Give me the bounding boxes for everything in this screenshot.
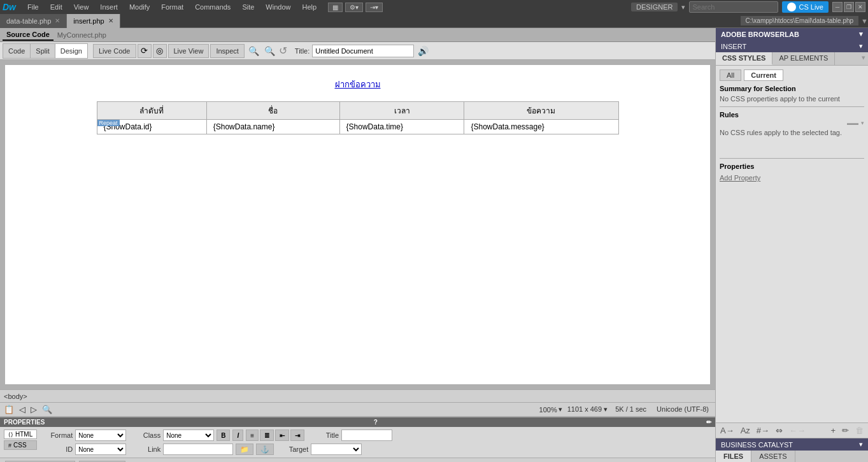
page-link[interactable]: ฝากข้อความ [18, 78, 697, 91]
status-icon-back[interactable]: ◁ [19, 405, 25, 414]
menu-site[interactable]: Site [237, 2, 259, 12]
split-view-button[interactable]: Split [31, 44, 55, 58]
link-icon[interactable]: ⇔ [774, 425, 785, 436]
gear-icon[interactable]: ⚙▾ [345, 3, 363, 12]
status-icon-search[interactable]: 🔍 [42, 405, 52, 414]
layout-icon[interactable]: ▦ [328, 3, 343, 12]
menu-commands[interactable]: Commands [190, 2, 236, 12]
sec-tab-source[interactable]: Source Code [3, 29, 53, 41]
refresh-icon[interactable]: ↺ [279, 45, 287, 57]
tab-insert-close[interactable]: ✕ [108, 17, 113, 24]
link-anchor-button[interactable]: ⚓ [256, 444, 274, 455]
current-tab[interactable]: Current [744, 69, 783, 81]
code-view-button[interactable]: Code [3, 44, 31, 58]
zoom-in-icon[interactable]: 🔍 [264, 46, 275, 56]
target-select[interactable] [311, 444, 362, 455]
ap-elements-tab[interactable]: AP ELEMENTS [772, 52, 835, 65]
minimize-button[interactable]: ─ [832, 2, 843, 12]
list-ul-button[interactable]: ≣ [260, 430, 274, 441]
class-select[interactable]: None [163, 430, 214, 441]
browserlab-collapse-icon[interactable]: ▾ [859, 30, 863, 38]
unlink-icon[interactable]: ←→ [787, 425, 808, 436]
all-tab[interactable]: All [720, 69, 741, 81]
menu-edit[interactable]: Edit [45, 2, 68, 12]
files-tab[interactable]: FILES [716, 451, 751, 462]
menu-view[interactable]: View [69, 2, 94, 12]
panel-collapse-icon[interactable]: ▾ [859, 52, 868, 65]
icon-az-arrow[interactable]: A→ [718, 425, 736, 436]
tab-insert[interactable]: insert.php ✕ [67, 14, 120, 28]
italic-button[interactable]: I [232, 430, 243, 441]
properties-header: PROPERTIES ? ✏ [0, 417, 715, 427]
css-styles-tab[interactable]: CSS STYLES [716, 52, 772, 65]
indent-out-button[interactable]: ⇤ [275, 430, 289, 441]
eye-icon[interactable]: ◎ [153, 44, 167, 58]
menu-file[interactable]: File [22, 2, 44, 12]
indent-in-button[interactable]: ⇥ [290, 430, 304, 441]
content-area: Source Code MyConnect.php Code Split Des… [0, 28, 868, 462]
menu-modify[interactable]: Modify [124, 2, 155, 12]
title-prop-input[interactable] [341, 430, 392, 441]
add-property-link[interactable]: Add Property [720, 174, 760, 182]
restore-button[interactable]: ❐ [844, 2, 854, 12]
close-button[interactable]: ✕ [855, 2, 865, 12]
status-icon-log[interactable]: 📋 [4, 405, 14, 414]
properties-help-icon[interactable]: ? [374, 419, 378, 426]
zoom-dropdown-icon[interactable]: ▾ [559, 405, 562, 414]
new-css-icon[interactable]: + [829, 425, 837, 436]
zoom-select[interactable]: 100% ▾ [539, 405, 562, 414]
menu-window[interactable]: Window [260, 2, 295, 12]
css-type-button[interactable]: # CSS [4, 440, 37, 450]
audio-icon[interactable]: 🔊 [418, 46, 429, 56]
assets-tab[interactable]: ASSETS [751, 451, 795, 462]
insert-expand-icon[interactable]: ▾ [859, 42, 863, 50]
design-view-button[interactable]: Design [55, 44, 87, 58]
id-label: ID [41, 445, 73, 453]
title-input[interactable] [312, 45, 414, 57]
cs-live-icon [787, 3, 796, 11]
app-logo: Dw [3, 2, 16, 12]
status-icon-forward[interactable]: ▷ [31, 405, 37, 414]
icon-hash-arrow[interactable]: #→ [755, 425, 771, 436]
canvas-white: ฝากข้อความ ลำดับที่ ชื่อ เวลา ข้อความ [5, 65, 710, 384]
icon-az[interactable]: Az [739, 425, 752, 436]
menu-insert[interactable]: Insert [95, 2, 123, 12]
format-row: Format None Class None B I ≡ [41, 430, 711, 441]
status-right: 100% ▾ 1101 x 469 ▾ 5K / 1 sec Unicode (… [539, 405, 711, 414]
link-browse-button[interactable]: 📁 [236, 444, 253, 455]
extend-icon[interactable]: ⇥▾ [366, 3, 383, 12]
tab-insert-label: insert.php [73, 17, 104, 25]
live-code-button[interactable]: Live Code [93, 44, 136, 58]
right-panel: ADOBE BROWSERLAB ▾ INSERT ▾ CSS STYLES A… [715, 28, 868, 462]
tab-data-table[interactable]: data-table.php ✕ [0, 14, 67, 28]
search-input[interactable] [689, 1, 778, 13]
dimensions-dropdown[interactable]: ▾ [604, 405, 608, 413]
filter-icon[interactable]: ▼ [861, 17, 868, 25]
tab-data-table-close[interactable]: ✕ [55, 17, 60, 24]
cs-live-button[interactable]: CS Live [782, 1, 829, 13]
repeat-label: Repeat [97, 120, 120, 126]
panel-options-icon[interactable]: ▾ [861, 120, 864, 126]
edit-css-icon[interactable]: ✏ [840, 425, 851, 436]
menu-format[interactable]: Format [156, 2, 189, 12]
menu-help[interactable]: Help [297, 2, 322, 12]
zoom-out-icon[interactable]: 🔍 [248, 46, 259, 56]
list-ol-button[interactable]: ≡ [246, 430, 259, 441]
sec-tab-myconnect[interactable]: MyConnect.php [53, 30, 110, 40]
properties-pencil-icon[interactable]: ✏ [706, 419, 711, 426]
title-field: Title: [295, 45, 414, 57]
live-view-button[interactable]: Live View [168, 44, 210, 58]
refresh-toggle-icon[interactable]: ⟳ [138, 44, 152, 58]
bottom-actions: Page Properties... List Item... [0, 458, 715, 462]
delete-css-icon[interactable]: 🗑 [853, 425, 865, 436]
business-catalyst-expand[interactable]: ▾ [859, 440, 863, 449]
html-type-button[interactable]: ⟨⟩ HTML [4, 430, 37, 439]
format-select[interactable]: None [75, 430, 126, 441]
id-select[interactable]: None [75, 444, 126, 455]
designer-dropdown[interactable]: ▾ [681, 3, 685, 11]
inspect-button[interactable]: Inspect [210, 44, 244, 58]
bold-button[interactable]: B [217, 430, 230, 441]
panel-resize-handle[interactable]: ▬▬ [847, 120, 858, 126]
link-input[interactable] [163, 444, 233, 455]
properties-content: ⟨⟩ HTML # CSS Format None [0, 427, 715, 458]
